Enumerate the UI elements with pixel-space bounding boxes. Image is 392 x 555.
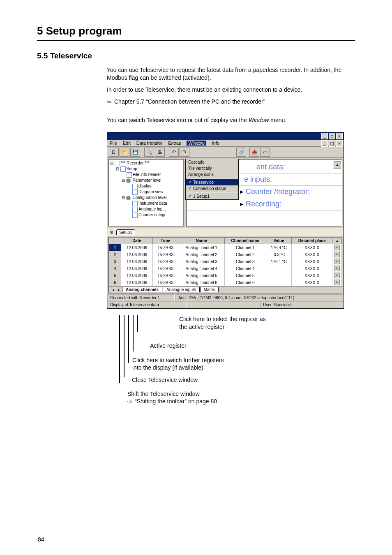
grid-cell[interactable]: 12.06.2006: [121, 244, 153, 251]
device-button[interactable]: ▭: [260, 148, 270, 157]
grid-header[interactable]: [109, 238, 121, 244]
table-row[interactable]: 512.06.200615:29:43Analog channel 5Chann…: [109, 272, 342, 279]
grid-header[interactable]: Channel name: [224, 238, 266, 244]
row-header[interactable]: 2: [109, 251, 121, 258]
grid-header[interactable]: Name: [178, 238, 224, 244]
menu-window[interactable]: Window: [187, 141, 206, 146]
grid-cell[interactable]: Analog channel 5: [178, 272, 224, 279]
register-tab-maths[interactable]: Maths: [200, 287, 219, 292]
inner-minimize-button[interactable]: _: [321, 140, 328, 147]
decimal-dropdown-button[interactable]: ▾: [332, 258, 342, 265]
close-button[interactable]: ×: [336, 133, 343, 139]
table-row[interactable]: 612.06.200615:29:43Analog channel 6Chann…: [109, 279, 342, 286]
grid-cell[interactable]: 15:29:43: [152, 279, 178, 286]
scroll-up-cell[interactable]: ▴: [332, 238, 342, 244]
transfer-button[interactable]: 📥: [249, 148, 259, 157]
grid-cell[interactable]: 15:29:43: [152, 265, 178, 272]
grid-header[interactable]: Decimal place: [292, 238, 332, 244]
grid-header[interactable]: Value: [266, 238, 292, 244]
grid-cell[interactable]: Analog channel 1: [178, 244, 224, 251]
menuitem-cascade[interactable]: Cascade: [186, 159, 238, 165]
grid-cell[interactable]: ---: [266, 279, 292, 286]
minimize-button[interactable]: _: [321, 133, 328, 139]
tree-fileinfo[interactable]: File info header: [133, 172, 161, 177]
menuitem-connection-status[interactable]: Connection status: [186, 185, 238, 192]
grid-cell[interactable]: 176.4 °C: [266, 244, 292, 251]
decimal-dropdown-button[interactable]: ▾: [332, 244, 342, 251]
row-header[interactable]: 3: [109, 258, 121, 265]
grid-cell[interactable]: Channel 2: [224, 251, 266, 258]
grid-cell[interactable]: Channel 3: [224, 258, 266, 265]
grid-cell[interactable]: Channel 5: [224, 272, 266, 279]
row-header[interactable]: 6: [109, 279, 121, 286]
redo-button[interactable]: ↷: [180, 148, 189, 157]
register-tab-analogue-inputs[interactable]: Analogue inputs: [163, 287, 200, 292]
table-row[interactable]: 212.06.200615:29:43Analog channel 2Chann…: [109, 251, 342, 258]
grid-cell[interactable]: 15:29:43: [152, 258, 178, 265]
decimal-dropdown-button[interactable]: ▾: [332, 265, 342, 272]
tree-counter[interactable]: Counter /integr...: [138, 213, 169, 217]
grid-cell[interactable]: Channel 6: [224, 279, 266, 286]
table-row[interactable]: 112.06.200615:29:43Analog channel 1Chann…: [109, 244, 342, 251]
tree-root[interactable]: *** Recorder ***: [121, 161, 150, 165]
row-header[interactable]: 1: [109, 244, 121, 251]
menu-datatransfer[interactable]: Data transfer: [136, 141, 163, 146]
table-row[interactable]: 312.06.200615:29:43Analog channel 3Chann…: [109, 258, 342, 265]
grid-cell[interactable]: 176.1 °C: [266, 258, 292, 265]
link-recording[interactable]: Recording:: [187, 198, 342, 210]
decimal-dropdown-button[interactable]: ▾: [332, 279, 342, 286]
grid-cell[interactable]: XXXX.X: [292, 272, 332, 279]
table-row[interactable]: 412.06.200615:29:43Analog channel 4Chann…: [109, 265, 342, 272]
row-header[interactable]: 4: [109, 265, 121, 272]
tree-display[interactable]: display: [138, 184, 151, 188]
menuitem-arrange-icons[interactable]: Arrange icons: [186, 171, 238, 178]
menu-edit[interactable]: Edit: [123, 141, 131, 146]
tree-param[interactable]: Parameter level: [133, 178, 161, 183]
grid-cell[interactable]: 12.06.2006: [121, 265, 153, 272]
grid-header[interactable]: Time: [152, 238, 178, 244]
outer-titlebar[interactable]: _ □ ×: [107, 132, 344, 140]
save-button[interactable]: 💾: [130, 148, 140, 157]
menu-file[interactable]: File: [110, 141, 117, 146]
menu-extras[interactable]: Extras: [168, 141, 181, 146]
grid-cell[interactable]: ---: [266, 272, 292, 279]
print-button[interactable]: 🖶: [155, 148, 165, 157]
decimal-dropdown-button[interactable]: ▾: [332, 251, 342, 258]
grid-cell[interactable]: XXXX.X: [292, 251, 332, 258]
undo-button[interactable]: ↶: [169, 148, 179, 157]
tree-config[interactable]: Configuration level: [133, 195, 167, 200]
grid-cell[interactable]: 12.06.2006: [121, 251, 153, 258]
document-tab-setup1[interactable]: Setup1: [116, 229, 135, 235]
menu-info[interactable]: Info: [212, 141, 219, 146]
maximize-button[interactable]: □: [329, 133, 335, 139]
open-button[interactable]: 📂: [120, 148, 129, 157]
decimal-dropdown-button[interactable]: ▾: [332, 272, 342, 279]
navigator-tree[interactable]: ⊟ *** Recorder *** ⊟ Setup File info hea…: [108, 159, 184, 227]
row-header[interactable]: 5: [109, 272, 121, 279]
new-button[interactable]: 🗋: [109, 148, 119, 157]
tree-analog[interactable]: Analogue inp...: [138, 207, 166, 211]
grid-cell[interactable]: 12.06.2006: [121, 272, 153, 279]
scroll-left-button[interactable]: ◂: [111, 287, 116, 292]
grid-cell[interactable]: 15:29:43: [152, 251, 178, 258]
grid-cell[interactable]: -0.3 °C: [266, 251, 292, 258]
tree-diagram[interactable]: Diagram view: [138, 190, 164, 194]
inner-close-button[interactable]: ×: [336, 140, 343, 147]
grid-cell[interactable]: 15:29:43: [152, 272, 178, 279]
grid-cell[interactable]: Analog channel 3: [178, 258, 224, 265]
grid-cell[interactable]: 15:29:43: [152, 244, 178, 251]
window-menu-dropdown[interactable]: Cascade Tile vertically Arrange icons Te…: [185, 159, 239, 200]
connection-button[interactable]: 🔗: [236, 148, 246, 157]
scroll-up-button[interactable]: ▴: [334, 161, 341, 169]
tree-instr[interactable]: Instrument data: [138, 201, 167, 206]
scroll-right-button[interactable]: ▸: [116, 287, 122, 292]
grid-cell[interactable]: 12.06.2006: [121, 279, 153, 286]
grid-header[interactable]: Date: [121, 238, 153, 244]
grid-cell[interactable]: Analog channel 2: [178, 251, 224, 258]
grid-cell[interactable]: Analog channel 6: [178, 279, 224, 286]
print-preview-button[interactable]: 🔍: [144, 148, 154, 157]
grid-cell[interactable]: XXXX.X: [292, 279, 332, 286]
menuitem-teleservice[interactable]: Teleservice: [186, 179, 238, 185]
tree-setup[interactable]: Setup: [127, 166, 137, 171]
inner-restore-button[interactable]: ❏: [329, 140, 335, 147]
